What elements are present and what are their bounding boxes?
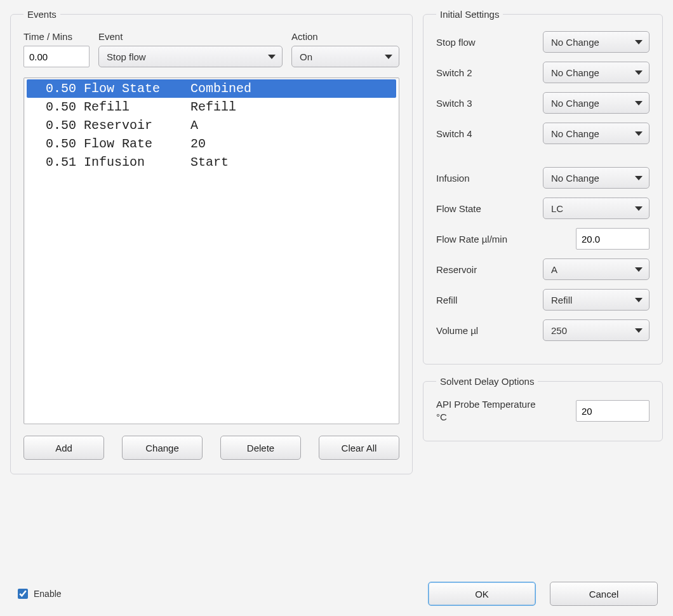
stop-flow-label: Stop flow: [436, 37, 531, 48]
setting-switch2: Switch 2 No Change: [436, 62, 650, 83]
setting-switch4: Switch 4 No Change: [436, 123, 650, 144]
stop-flow-value: No Change: [551, 37, 599, 48]
add-button[interactable]: Add: [23, 436, 104, 460]
flow-rate-label: Flow Rate µl/min: [436, 234, 531, 244]
event-label: Event: [98, 31, 283, 42]
event-row[interactable]: 0.50 Flow Rate 20: [27, 135, 396, 153]
flow-state-value: LC: [551, 203, 563, 214]
reservoir-value: A: [551, 264, 557, 275]
chevron-down-icon: [635, 101, 643, 105]
solvent-delay-legend: Solvent Delay Options: [436, 376, 538, 387]
api-probe-temp-row: API Probe Temperature °C: [436, 398, 650, 424]
volume-value: 250: [551, 325, 567, 336]
api-probe-temp-label: API Probe Temperature °C: [436, 398, 538, 424]
setting-infusion: Infusion No Change: [436, 167, 650, 189]
chevron-down-icon: [635, 206, 643, 211]
clear-all-button[interactable]: Clear All: [319, 436, 399, 460]
switch2-value: No Change: [551, 67, 599, 78]
infusion-value: No Change: [551, 173, 599, 184]
action-label: Action: [291, 31, 399, 42]
chevron-down-icon: [635, 328, 643, 333]
action-dropdown-value: On: [300, 51, 312, 62]
initial-settings-legend: Initial Settings: [436, 9, 503, 20]
time-input[interactable]: [23, 46, 90, 67]
volume-dropdown[interactable]: 250: [543, 319, 650, 341]
setting-switch3: Switch 3 No Change: [436, 92, 650, 114]
footer: Enable OK Cancel: [0, 582, 673, 606]
flow-state-label: Flow State: [436, 203, 531, 214]
switch4-value: No Change: [551, 128, 599, 139]
chevron-down-icon: [635, 40, 643, 44]
chevron-down-icon: [635, 131, 643, 136]
chevron-down-icon: [635, 298, 643, 302]
event-dropdown[interactable]: Stop flow: [98, 46, 283, 67]
spacer: [436, 153, 650, 167]
reservoir-label: Reservoir: [436, 264, 531, 275]
initial-settings-group: Initial Settings Stop flow No Change Swi…: [423, 9, 663, 365]
switch2-label: Switch 2: [436, 67, 531, 78]
volume-label: Volume µl: [436, 325, 531, 336]
action-dropdown[interactable]: On: [291, 46, 399, 67]
switch2-dropdown[interactable]: No Change: [543, 62, 650, 83]
chevron-down-icon: [635, 70, 643, 75]
switch4-label: Switch 4: [436, 128, 531, 139]
footer-buttons: OK Cancel: [428, 582, 658, 606]
event-row[interactable]: 0.50 Flow State Combined: [27, 79, 396, 98]
solvent-delay-group: Solvent Delay Options API Probe Temperat…: [423, 376, 663, 441]
flow-rate-input[interactable]: [576, 228, 650, 250]
switch3-label: Switch 3: [436, 98, 531, 109]
events-legend: Events: [23, 9, 60, 20]
api-probe-temp-input[interactable]: [576, 400, 650, 422]
switch3-dropdown[interactable]: No Change: [543, 92, 650, 114]
setting-flow-rate: Flow Rate µl/min: [436, 228, 650, 250]
infusion-dropdown[interactable]: No Change: [543, 167, 650, 189]
time-label: Time / Mins: [23, 31, 90, 42]
flow-state-dropdown[interactable]: LC: [543, 198, 650, 219]
chevron-down-icon: [268, 55, 276, 59]
refill-value: Refill: [551, 295, 572, 305]
chevron-down-icon: [635, 267, 643, 272]
enable-label[interactable]: Enable: [34, 589, 62, 599]
ok-button[interactable]: OK: [428, 582, 536, 606]
setting-refill: Refill Refill: [436, 289, 650, 311]
event-row[interactable]: 0.51 Infusion Start: [27, 153, 396, 171]
refill-dropdown[interactable]: Refill: [543, 289, 650, 311]
reservoir-dropdown[interactable]: A: [543, 258, 650, 280]
stop-flow-dropdown[interactable]: No Change: [543, 31, 650, 53]
event-dropdown-value: Stop flow: [107, 51, 146, 62]
event-list[interactable]: 0.50 Flow State Combined 0.50 Refill Ref…: [23, 77, 399, 424]
enable-checkbox[interactable]: [18, 589, 28, 599]
enable-wrap: Enable: [15, 587, 62, 601]
event-row[interactable]: 0.50 Reservoir A: [27, 116, 396, 135]
change-button[interactable]: Change: [122, 436, 203, 460]
chevron-down-icon: [635, 176, 643, 180]
chevron-down-icon: [385, 55, 392, 59]
events-group: Events Time / Mins Event Stop flow: [10, 9, 413, 474]
cancel-button[interactable]: Cancel: [550, 582, 658, 606]
switch4-dropdown[interactable]: No Change: [543, 123, 650, 144]
events-button-row: Add Change Delete Clear All: [23, 436, 399, 460]
setting-reservoir: Reservoir A: [436, 258, 650, 280]
infusion-label: Infusion: [436, 173, 531, 184]
setting-flow-state: Flow State LC: [436, 198, 650, 219]
delete-button[interactable]: Delete: [220, 436, 301, 460]
switch3-value: No Change: [551, 98, 599, 109]
events-input-row: Time / Mins Event Stop flow Action: [23, 31, 399, 67]
refill-label: Refill: [436, 295, 531, 305]
setting-volume: Volume µl 250: [436, 319, 650, 341]
setting-stop-flow: Stop flow No Change: [436, 31, 650, 53]
event-row[interactable]: 0.50 Refill Refill: [27, 98, 396, 116]
